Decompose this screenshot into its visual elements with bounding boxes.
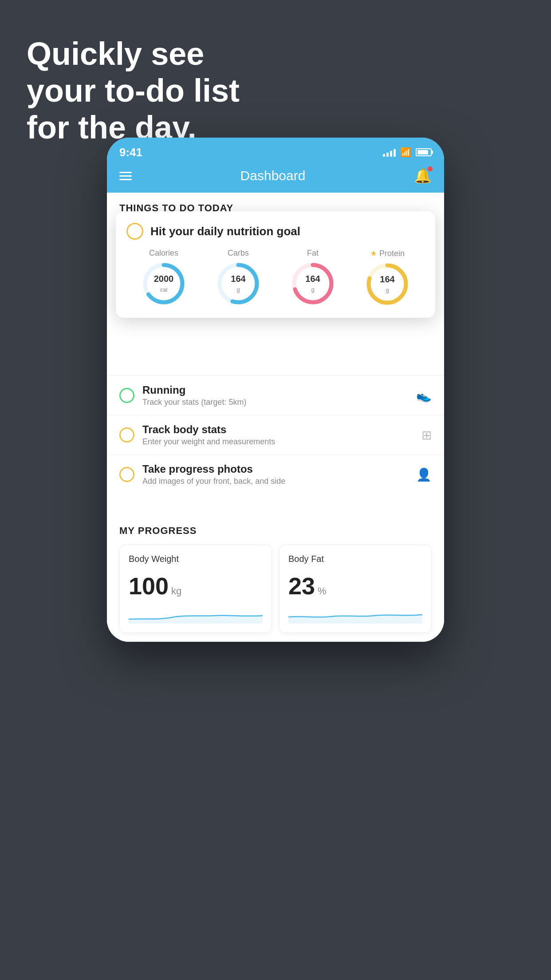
body-fat-value-row: 23 % <box>288 572 422 600</box>
scale-icon: ⊞ <box>421 428 432 443</box>
todo-name-body-stats: Track body stats <box>142 423 413 436</box>
hamburger-menu[interactable] <box>119 172 132 180</box>
calories-ring: Calories 2000cal <box>142 249 186 306</box>
nav-bar: Dashboard 🔔 <box>107 162 444 193</box>
body-fat-unit: % <box>318 585 327 597</box>
phone-frame: 9:41 📶 Dashboard 🔔 THINGS TO <box>107 138 444 642</box>
body-weight-value: 100 <box>129 572 169 600</box>
todo-sub-photos: Add images of your front, back, and side <box>142 477 408 486</box>
todo-circle-photos <box>119 467 134 482</box>
status-time: 9:41 <box>119 146 142 159</box>
todo-sub-body-stats: Enter your weight and measurements <box>142 437 413 447</box>
body-fat-value: 23 <box>288 572 315 600</box>
signal-icon <box>383 148 396 157</box>
fat-ring-container: 164g <box>291 261 335 306</box>
protein-label: ★Protein <box>370 249 405 258</box>
todo-sub-running: Track your stats (target: 5km) <box>142 398 408 407</box>
calories-value: 2000cal <box>154 274 174 293</box>
star-icon: ★ <box>370 249 377 258</box>
person-icon: 👤 <box>416 467 432 482</box>
body-fat-title: Body Fat <box>288 554 422 564</box>
running-icon: 👟 <box>416 388 432 403</box>
todo-circle-running <box>119 388 134 403</box>
progress-cards: Body Weight 100 kg Body Fat <box>119 545 432 633</box>
body-weight-title: Body Weight <box>129 554 263 564</box>
fat-value: 164g <box>305 274 320 293</box>
card-header: Hit your daily nutrition goal <box>126 223 425 240</box>
todo-text-running: Running Track your stats (target: 5km) <box>142 384 408 407</box>
todo-list: Running Track your stats (target: 5km) 👟… <box>107 309 444 494</box>
phone-content: THINGS TO DO TODAY Hit your daily nutrit… <box>107 193 444 642</box>
body-weight-unit: kg <box>171 585 181 597</box>
todo-item-running[interactable]: Running Track your stats (target: 5km) 👟 <box>107 375 444 415</box>
todo-name-running: Running <box>142 384 408 396</box>
carbs-ring: Carbs 164g <box>216 249 260 306</box>
protein-value: 164g <box>380 274 394 294</box>
progress-title: MY PROGRESS <box>119 525 432 537</box>
hero-line1: Quickly see <box>27 36 204 71</box>
todo-text-photos: Take progress photos Add images of your … <box>142 463 408 486</box>
body-fat-chart <box>288 606 422 624</box>
wifi-icon: 📶 <box>400 147 411 158</box>
body-weight-card[interactable]: Body Weight 100 kg <box>119 545 272 633</box>
carbs-value: 164g <box>231 274 245 293</box>
progress-section: MY PROGRESS Body Weight 100 kg <box>107 512 444 642</box>
nutrition-card-title: Hit your daily nutrition goal <box>150 225 300 238</box>
todo-name-photos: Take progress photos <box>142 463 408 475</box>
hero-text: Quickly see your to-do list for the day. <box>27 36 240 146</box>
nutrition-card: Hit your daily nutrition goal Calories <box>116 211 435 318</box>
todo-item-photos[interactable]: Take progress photos Add images of your … <box>107 454 444 494</box>
status-icons: 📶 <box>383 147 432 158</box>
calories-ring-container: 2000cal <box>142 261 186 306</box>
status-bar: 9:41 📶 <box>107 138 444 162</box>
carbs-label: Carbs <box>228 249 249 258</box>
battery-icon <box>416 148 432 156</box>
carbs-ring-container: 164g <box>216 261 260 306</box>
card-overlay-area: Hit your daily nutrition goal Calories <box>107 220 444 309</box>
nutrition-rings: Calories 2000cal C <box>126 249 425 306</box>
fat-ring: Fat 164g <box>291 249 335 306</box>
calories-label: Calories <box>149 249 178 258</box>
body-fat-card[interactable]: Body Fat 23 % <box>279 545 432 633</box>
fat-label: Fat <box>307 249 319 258</box>
todo-circle-body-stats <box>119 427 134 443</box>
body-weight-chart <box>129 606 263 624</box>
notification-badge <box>428 166 433 171</box>
protein-ring: ★Protein 164g <box>365 249 409 306</box>
nav-title: Dashboard <box>240 168 306 183</box>
body-weight-value-row: 100 kg <box>129 572 263 600</box>
hero-line2: your to-do list <box>27 73 240 108</box>
notification-button[interactable]: 🔔 <box>414 167 432 184</box>
todo-text-body-stats: Track body stats Enter your weight and m… <box>142 423 413 447</box>
protein-ring-container: 164g <box>365 262 409 306</box>
nutrition-check-circle[interactable] <box>126 223 143 240</box>
todo-item-body-stats[interactable]: Track body stats Enter your weight and m… <box>107 415 444 454</box>
